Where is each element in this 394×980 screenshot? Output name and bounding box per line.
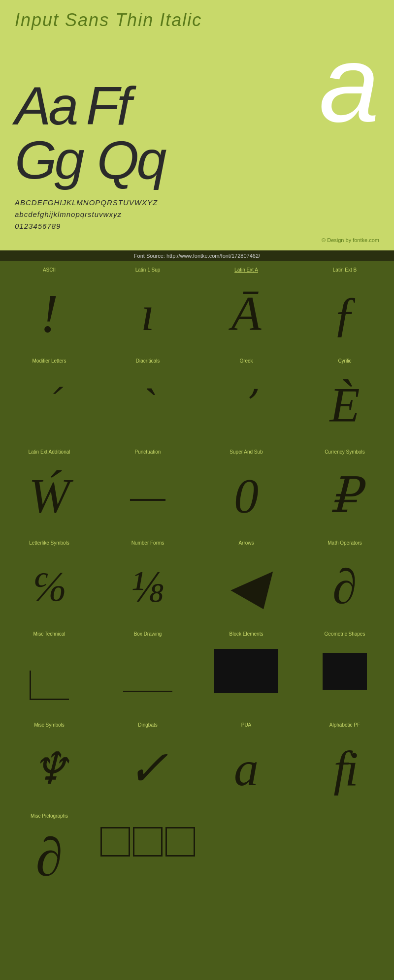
glyph-modifier: Modifier Letters ˊ — [0, 352, 98, 443]
source-text: Font Source: http://www.fontke.com/font/… — [134, 253, 260, 259]
char-gg: Gg — [15, 133, 82, 187]
glyph-arrows: Arrows ◀ — [197, 534, 296, 625]
char-qq: Qq — [97, 133, 164, 187]
alphabet-lower: abcdefghijklmnopqrstuvwxyz — [15, 209, 379, 220]
outlined-square-2 — [133, 827, 163, 857]
char-numberforms: ⅛ — [131, 548, 164, 625]
char-latin1sup: ı — [141, 275, 155, 352]
outlined-square-1 — [100, 827, 130, 857]
last-row: Misc Pictographs ∂ — [0, 807, 394, 916]
glyph-latinextadd: Latin Ext Additional Ẃ — [0, 443, 98, 534]
char-greek: ʼ — [240, 366, 252, 443]
glyph-ascii: ASCII ! — [0, 261, 98, 352]
glyph-superandsub: Super And Sub 0 — [197, 443, 296, 534]
char-alphabeticpf: fi — [333, 730, 356, 807]
outlined-square-3 — [165, 827, 195, 857]
label-latin1sup: Latin 1 Sup — [135, 267, 161, 273]
glyph-squares-area — [98, 807, 197, 906]
char-punctuation: — — [130, 457, 165, 534]
label-ascii: ASCII — [43, 267, 56, 273]
label-superandsub: Super And Sub — [230, 449, 263, 455]
char-diacriticals: ` — [140, 366, 155, 443]
label-currency: Currency Symbols — [325, 449, 365, 455]
label-modifier: Modifier Letters — [33, 358, 66, 364]
label-geoshapes: Geometric Shapes — [325, 631, 365, 637]
glyph-boxdrawing: Box Drawing — [98, 625, 197, 716]
glyph-diacriticals: Diacriticals ` — [98, 352, 197, 443]
char-ascii: ! — [40, 275, 59, 352]
squares-row — [100, 827, 195, 857]
glyph-grid: ASCII ! Latin 1 Sup ı Latin Ext A Ā Lati… — [0, 261, 394, 807]
label-punctuation: Punctuation — [135, 449, 161, 455]
label-boxdrawing: Box Drawing — [134, 631, 162, 637]
glyph-letterlike: Letterlike Symbols ℅ — [0, 534, 98, 625]
label-misctech: Misc Technical — [33, 631, 66, 637]
label-arrows: Arrows — [238, 540, 254, 546]
alphabet-section: ABCDEFGHIJKLMNOPQRSTUVWXYZ abcdefghijklm… — [15, 194, 379, 235]
large-chars-row1: Aa Ff a — [15, 35, 379, 133]
glyph-greek: Greek ʼ — [197, 352, 296, 443]
copyright: © Design by fontke.com — [15, 235, 379, 245]
glyph-miscpicto: Misc Pictographs ∂ — [0, 807, 98, 906]
glyph-dingbats: Dingbats ✓ — [98, 716, 197, 807]
glyph-latin1sup: Latin 1 Sup ı — [98, 261, 197, 352]
char-ff: Ff — [86, 79, 130, 133]
label-letterlike: Letterlike Symbols — [29, 540, 69, 546]
label-diacriticals: Diacriticals — [136, 358, 160, 364]
label-alphabeticpf: Alphabetic PF — [329, 722, 360, 728]
geo-rect — [323, 653, 367, 690]
char-cyrilic: È — [329, 366, 360, 443]
glyph-currency: Currency Symbols ₽ — [296, 443, 394, 534]
label-pua: PUA — [241, 722, 252, 728]
char-latinextb: ƒ — [332, 275, 357, 352]
label-dingbats: Dingbats — [138, 722, 157, 728]
label-miscpicto: Misc Pictographs — [31, 813, 68, 819]
corner-shape — [30, 671, 69, 700]
alphabet-upper: ABCDEFGHIJKLMNOPQRSTUVWXYZ — [15, 197, 379, 209]
label-miscsymbols: Misc Symbols — [34, 722, 65, 728]
label-blockelements: Block Elements — [230, 631, 263, 637]
char-arrows: ◀ — [228, 548, 265, 625]
char-superandsub: 0 — [234, 457, 259, 534]
char-latinextadd: Ẃ — [29, 457, 69, 534]
char-latinexta: Ā — [231, 275, 261, 352]
char-dingbats: ✓ — [127, 730, 168, 807]
char-letterlike: ℅ — [32, 548, 67, 625]
digits: 0123456789 — [15, 220, 379, 232]
label-latinextadd: Latin Ext Additional — [28, 449, 70, 455]
char-pua: a — [234, 730, 259, 807]
char-aa: Aa — [15, 79, 76, 133]
char-miscsymbols: ♆ — [30, 730, 69, 807]
glyph-latinexta: Latin Ext A Ā — [197, 261, 296, 352]
label-greek: Greek — [239, 358, 253, 364]
label-cyrilic: Cyrilic — [338, 358, 351, 364]
glyph-pua: PUA a — [197, 716, 296, 807]
char-big-a: a — [319, 35, 379, 133]
top-section: Input Sans Thin Italic Aa Ff a Gg Qq ABC… — [0, 0, 394, 250]
glyph-geoshapes: Geometric Shapes — [296, 625, 394, 716]
glyph-mathops: Math Operators ∂ — [296, 534, 394, 625]
label-latinextb: Latin Ext B — [333, 267, 357, 273]
char-miscpicto: ∂ — [36, 826, 63, 888]
char-mathops: ∂ — [332, 548, 357, 625]
glyph-cyrilic: Cyrilic È — [296, 352, 394, 443]
label-latinexta: Latin Ext A — [234, 267, 258, 273]
glyph-empty-1 — [197, 807, 296, 906]
label-mathops: Math Operators — [328, 540, 361, 546]
label-numberforms: Number Forms — [131, 540, 164, 546]
source-bar: Font Source: http://www.fontke.com/font/… — [0, 250, 394, 261]
glyph-miscsymbols: Misc Symbols ♆ — [0, 716, 98, 807]
glyph-alphabeticpf: Alphabetic PF fi — [296, 716, 394, 807]
glyph-misctech: Misc Technical — [0, 625, 98, 716]
glyph-empty-2 — [296, 807, 394, 906]
block-rect — [214, 649, 278, 693]
glyph-latinextb: Latin Ext B ƒ — [296, 261, 394, 352]
glyph-punctuation: Punctuation — — [98, 443, 197, 534]
char-currency: ₽ — [329, 457, 361, 534]
glyph-numberforms: Number Forms ⅛ — [98, 534, 197, 625]
glyph-blockelements: Block Elements — [197, 625, 296, 716]
char-modifier: ˊ — [39, 366, 59, 443]
dash-shape — [123, 691, 172, 692]
